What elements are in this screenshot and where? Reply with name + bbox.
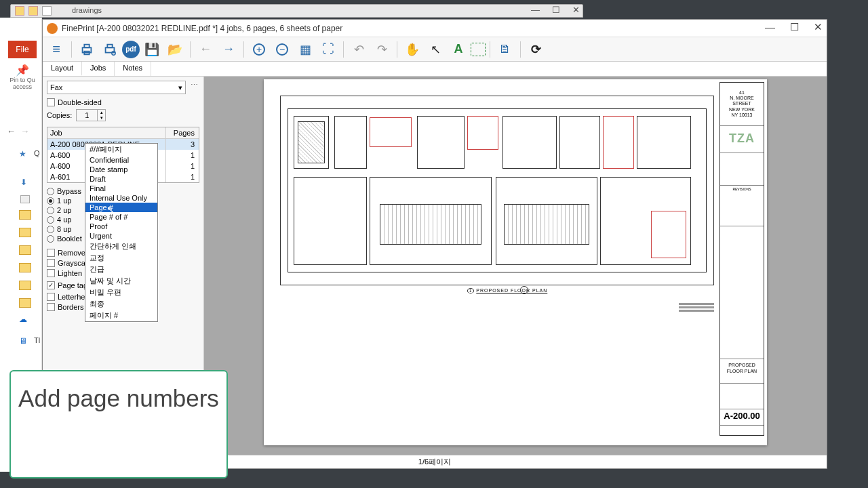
select-tool-button[interactable]: ↖ <box>425 39 446 60</box>
panel-tabs: Layout Jobs Notes <box>43 62 827 77</box>
dropdown-item[interactable]: Draft <box>85 174 157 184</box>
svg-rect-4 <box>107 44 112 47</box>
notes-button[interactable]: 🗎 <box>494 39 516 60</box>
dropdown-item[interactable]: Urgent <box>85 231 157 241</box>
double-sided-label: Double-sided <box>58 98 102 106</box>
dropdown-item[interactable]: 비밀 우편 <box>85 287 157 298</box>
refresh-button[interactable]: ⟳ <box>525 39 547 60</box>
bg-window-controls: — ☐ ✕ <box>531 5 580 15</box>
marquee-tool-button[interactable] <box>471 43 486 56</box>
remove-graphics-checkbox[interactable] <box>47 249 55 257</box>
pdf-button[interactable]: pdf <box>122 41 140 58</box>
copies-down-icon[interactable]: ▾ <box>97 115 105 121</box>
dropdown-item[interactable]: 교정 <box>85 252 157 264</box>
revisions-label: REVISIONS <box>720 186 764 226</box>
lighten-checkbox[interactable] <box>47 269 55 277</box>
copies-up-icon[interactable]: ▴ <box>97 110 105 115</box>
zoom-out-button[interactable]: − <box>271 39 293 60</box>
dropdown-item[interactable]: Internal Use Only <box>85 193 157 203</box>
sheet-number: A-200.00 <box>720 409 764 426</box>
preview-page[interactable]: 1 PROPOSED FLOOR PLAN 41 N. MOORE STREET… <box>264 79 767 445</box>
open-button[interactable]: 📂 <box>164 39 186 60</box>
copies-label: Copies: <box>47 111 72 119</box>
print-button[interactable] <box>76 39 98 60</box>
dropdown-item[interactable]: 긴급 <box>85 264 157 275</box>
tab-layout[interactable]: Layout <box>43 62 82 76</box>
nav-back-button[interactable]: ← <box>195 39 216 60</box>
nav-forward-button[interactable]: → <box>218 39 239 60</box>
background-explorer-window: drawings — ☐ ✕ <box>10 4 583 18</box>
explorer-tab-name: drawings <box>72 6 102 14</box>
dropdown-item[interactable]: Proof <box>85 222 157 231</box>
printer-settings-button[interactable] <box>99 39 121 60</box>
quick-access-label[interactable]: Q <box>34 149 40 157</box>
job-header-pages[interactable]: Pages <box>166 127 199 138</box>
grayscale-checkbox[interactable] <box>47 259 55 267</box>
dropdown-item[interactable]: 간단하게 인쇄 <box>85 241 157 252</box>
dropdown-item[interactable]: Confidential <box>85 155 157 165</box>
explorer-titlebar-icons <box>15 6 52 16</box>
dropdown-item[interactable]: #/#페이지 <box>85 144 157 155</box>
text-tool-button[interactable]: A <box>448 39 469 60</box>
page-preview-area[interactable]: 1 PROPOSED FLOOR PLAN 41 N. MOORE STREET… <box>204 77 827 455</box>
pagetag-dropdown-list[interactable]: #/#페이지 Confidential Date stamp Draft Fin… <box>85 143 158 322</box>
dropdown-item[interactable]: Page # of # <box>85 212 157 222</box>
borders-checkbox[interactable] <box>47 303 55 311</box>
firm-logo: TZA <box>720 126 764 153</box>
pin-quick-access[interactable]: 📌 Pin to Qu access <box>8 64 37 90</box>
undo-button[interactable]: ↶ <box>348 39 370 60</box>
dropdown-item[interactable]: 최종 <box>85 298 157 310</box>
dropdown-item[interactable]: Final <box>85 184 157 193</box>
plan-label: 1 PROPOSED FLOOR PLAN <box>467 288 547 293</box>
dropdown-item[interactable]: Date stamp <box>85 165 157 174</box>
layout-booklet-radio[interactable] <box>47 235 54 243</box>
layout-1up-radio[interactable] <box>47 197 54 205</box>
layout-8up-radio[interactable] <box>47 226 54 233</box>
file-menu-button[interactable]: File <box>8 41 37 58</box>
app-logo-icon <box>47 23 58 34</box>
svg-rect-1 <box>84 44 89 47</box>
toolbar: ≡ pdf 💾 📂 ← → + − ▦ ⛶ ↶ ↷ ✋ ↖ A 🗎 ⟳ <box>43 37 827 62</box>
floor-plan-drawing <box>280 96 714 285</box>
north-arrow-icon <box>520 286 528 294</box>
pagetag-checkbox[interactable]: ✓ <box>47 281 55 289</box>
layout-4up-radio[interactable] <box>47 216 54 224</box>
bg-close-icon[interactable]: ✕ <box>572 5 580 15</box>
grid-view-button[interactable]: ▦ <box>294 39 316 60</box>
double-sided-checkbox[interactable] <box>47 98 55 106</box>
layout-2up-radio[interactable] <box>47 207 54 214</box>
minimize-button[interactable]: — <box>765 21 775 33</box>
this-pc-label[interactable]: Tl <box>34 336 40 344</box>
dropdown-item-selected[interactable]: Page # <box>85 203 157 212</box>
layout-bypass-radio[interactable] <box>47 188 54 195</box>
maximize-button[interactable]: ☐ <box>790 21 799 33</box>
dropdown-item[interactable]: 페이지 # <box>85 310 157 321</box>
bg-maximize-icon[interactable]: ☐ <box>552 5 560 15</box>
tab-notes[interactable]: Notes <box>115 62 151 76</box>
dropdown-item[interactable]: 날짜 및 시간 <box>85 275 157 287</box>
title-bar: FinePrint [A-200 08032021 REDLINE.pdf *]… <box>43 20 827 37</box>
drawing-title-block: 41 N. MOORE STREET NEW YORK NY 10013 TZA… <box>719 82 764 436</box>
explorer-nav-back[interactable]: ← → <box>7 126 29 136</box>
pan-tool-button[interactable]: ✋ <box>401 39 423 60</box>
printer-more-button[interactable]: ⋯ <box>189 81 199 94</box>
redo-button[interactable]: ↷ <box>371 39 393 60</box>
bg-minimize-icon[interactable]: — <box>531 5 540 15</box>
firm-info <box>720 153 764 186</box>
copies-input[interactable]: 1 ▴▾ <box>76 109 106 121</box>
job-header-name[interactable]: Job <box>47 127 166 138</box>
window-title: FinePrint [A-200 08032021 REDLINE.pdf *]… <box>62 24 342 33</box>
letterhead-checkbox[interactable] <box>47 293 55 301</box>
close-button[interactable]: ✕ <box>814 21 823 33</box>
tab-jobs[interactable]: Jobs <box>82 62 115 76</box>
legend-key <box>679 303 714 315</box>
annotation-callout: Add page numbers <box>9 370 228 479</box>
save-button[interactable]: 💾 <box>141 39 163 60</box>
fit-page-button[interactable]: ⛶ <box>317 39 339 60</box>
chevron-down-icon: ▾ <box>178 83 182 92</box>
printer-select[interactable]: Fax▾ <box>47 81 186 94</box>
zoom-in-button[interactable]: + <box>248 39 270 60</box>
menu-icon[interactable]: ≡ <box>45 39 67 60</box>
